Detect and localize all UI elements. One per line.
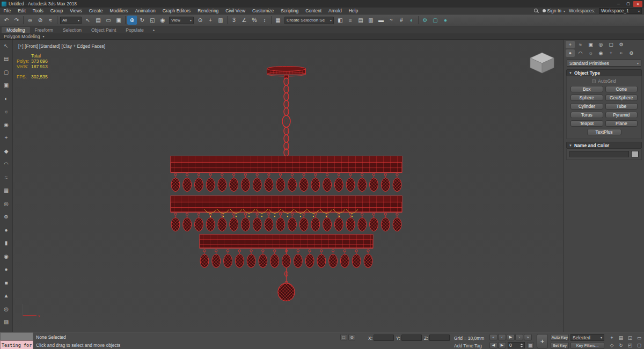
- workspace-dropdown[interactable]: Workspace_1 ▾: [599, 8, 642, 14]
- zoom-icon[interactable]: +: [608, 334, 616, 341]
- sign-in-button[interactable]: Sign In ▾: [543, 8, 565, 13]
- menu-arnold[interactable]: Arnold: [325, 8, 346, 13]
- geometry-category-icon[interactable]: ●: [566, 49, 575, 57]
- set-keys-button[interactable]: +: [537, 334, 548, 348]
- spinner-icon[interactable]: [520, 344, 523, 347]
- helpers-category-icon[interactable]: +: [606, 49, 616, 57]
- teapot-button[interactable]: Teapot: [570, 120, 603, 127]
- utilities-tab-icon[interactable]: ⚙: [617, 41, 626, 48]
- menu-views[interactable]: Views: [67, 8, 86, 13]
- reference-coordinate-system-dropdown[interactable]: View▾: [169, 17, 194, 24]
- viewport-config-icon[interactable]: ▣: [2, 81, 11, 90]
- render-production-icon[interactable]: ●: [441, 16, 450, 25]
- menu-group[interactable]: Group: [47, 8, 67, 13]
- utility-icon[interactable]: ⚙: [2, 213, 11, 221]
- menu-scripting[interactable]: Scripting: [277, 8, 302, 13]
- select-object-icon[interactable]: ↖: [83, 16, 93, 25]
- mirror-icon[interactable]: ◧: [335, 16, 345, 25]
- curve-editor-icon[interactable]: ~: [386, 16, 396, 25]
- torus-button[interactable]: Torus: [570, 112, 603, 118]
- y-coordinate-field[interactable]: [401, 335, 422, 341]
- snaps-toggle-icon[interactable]: 3: [229, 16, 239, 25]
- key-filters-button[interactable]: Key Filters...: [570, 342, 604, 349]
- lights-category-icon[interactable]: ☼: [586, 49, 595, 57]
- viewport-label[interactable]: [+] [Front] [Standard] [Clay + Edged Fac…: [18, 43, 105, 49]
- object-type-rollout-header[interactable]: ▼ Object Type: [566, 69, 642, 76]
- material-editor-icon[interactable]: ◐: [407, 16, 416, 25]
- previous-key-button[interactable]: ◀: [489, 342, 497, 348]
- select-and-scale-icon[interactable]: ◱: [148, 16, 157, 25]
- percent-snap-icon[interactable]: %: [250, 16, 259, 25]
- camera-icon[interactable]: ◉: [2, 120, 11, 129]
- geometry-icon[interactable]: ◆: [2, 147, 11, 155]
- viewport[interactable]: x [+] [Front] [Standard] [Clay + Edged F…: [13, 40, 564, 332]
- isolate-selection-icon[interactable]: □: [340, 334, 347, 340]
- keyboard-shortcut-override-icon[interactable]: ▥: [216, 16, 225, 25]
- primitive-category-dropdown[interactable]: Standard Primitives ▾: [567, 60, 641, 67]
- box-icon[interactable]: ■: [2, 278, 11, 287]
- space-warps-category-icon[interactable]: ≈: [617, 49, 626, 57]
- cylinder-icon[interactable]: ▮: [2, 239, 11, 248]
- minimize-button[interactable]: ─: [614, 1, 623, 7]
- menu-modifiers[interactable]: Modifiers: [106, 8, 131, 13]
- selection-set-dropdown[interactable]: Selected ▾: [570, 334, 604, 341]
- select-and-rotate-icon[interactable]: ↻: [137, 16, 147, 25]
- tube-button[interactable]: Tube: [605, 103, 638, 110]
- box-button[interactable]: Box: [570, 86, 603, 92]
- menu-rendering[interactable]: Rendering: [194, 8, 222, 13]
- selection-region-icon[interactable]: ▭: [104, 16, 113, 25]
- select-link-icon[interactable]: ∞: [25, 16, 35, 25]
- bind-to-space-warp-icon[interactable]: ≈: [46, 16, 55, 25]
- systems-category-icon[interactable]: ⚙: [627, 49, 636, 57]
- zoom-all-icon[interactable]: ▤: [617, 334, 625, 341]
- current-frame-field[interactable]: 0: [508, 342, 525, 348]
- previous-frame-button[interactable]: ‹: [498, 334, 506, 340]
- toggle-scene-explorer-icon[interactable]: ▤: [356, 16, 365, 25]
- add-time-tag[interactable]: Add Time Tag: [454, 343, 482, 348]
- textplus-button[interactable]: TextPlus: [587, 129, 621, 135]
- ribbon-tab-selection[interactable]: Selection: [58, 27, 86, 33]
- light-icon[interactable]: ☼: [2, 107, 11, 116]
- pan-icon[interactable]: ◇: [608, 341, 616, 348]
- go-to-end-button[interactable]: »: [524, 334, 532, 340]
- play-button[interactable]: ▶: [507, 334, 515, 340]
- modify-tab-icon[interactable]: ≈: [576, 41, 585, 48]
- selection-filter-dropdown[interactable]: All▾: [60, 17, 82, 24]
- menu-graph-editors[interactable]: Graph Editors: [159, 8, 194, 13]
- hierarchy-icon[interactable]: ▦: [2, 186, 11, 195]
- menu-file[interactable]: File: [0, 8, 14, 13]
- ribbon-tab-freeform[interactable]: Freeform: [30, 27, 58, 33]
- chandelier-model[interactable]: x: [13, 40, 564, 332]
- maxscript-output-line[interactable]: [0, 332, 33, 340]
- cone-button[interactable]: Cone: [605, 86, 638, 92]
- menu-tools[interactable]: Tools: [29, 8, 47, 13]
- name-color-rollout-header[interactable]: ▼ Name and Color: [566, 142, 642, 149]
- ribbon-tab-modeling[interactable]: Modeling: [2, 27, 30, 33]
- ribbon-tab-populate[interactable]: Populate: [121, 27, 149, 33]
- auto-key-button[interactable]: Auto Key: [551, 334, 569, 341]
- hierarchy-tab-icon[interactable]: ▣: [586, 41, 595, 48]
- zoom-region-icon[interactable]: ▭: [635, 334, 643, 341]
- use-pivot-point-center-icon[interactable]: ⊙: [195, 16, 205, 25]
- menu-create[interactable]: Create: [85, 8, 106, 13]
- maximize-viewport-icon[interactable]: ▢: [635, 341, 643, 348]
- cameras-category-icon[interactable]: ◉: [596, 49, 605, 57]
- toggle-ribbon-icon[interactable]: ▬: [376, 16, 386, 25]
- create-tab-icon[interactable]: +: [566, 41, 575, 48]
- select-placement-icon[interactable]: ◉: [158, 16, 167, 25]
- modifier-icon[interactable]: ≈: [2, 173, 11, 181]
- set-key-button[interactable]: Set Key: [551, 342, 569, 349]
- plane-button[interactable]: Plane: [605, 120, 638, 127]
- unlink-selection-icon[interactable]: ⊘: [35, 16, 45, 25]
- menu-customize[interactable]: Customize: [249, 8, 277, 13]
- sphere-button[interactable]: Sphere: [570, 94, 603, 101]
- align-icon[interactable]: ≡: [346, 16, 355, 25]
- graph-icon[interactable]: ▨: [2, 318, 11, 326]
- select-icon[interactable]: ↖: [2, 41, 11, 50]
- x-coordinate-field[interactable]: [374, 335, 394, 341]
- close-button[interactable]: ×: [633, 1, 642, 7]
- polygon-modeling-panel[interactable]: Polygon Modeling: [4, 34, 40, 39]
- cylinder-button[interactable]: Cylinder: [570, 103, 603, 110]
- display-icon[interactable]: ▢: [2, 68, 11, 76]
- named-selection-sets-dropdown[interactable]: Create Selection Se▾: [284, 17, 334, 24]
